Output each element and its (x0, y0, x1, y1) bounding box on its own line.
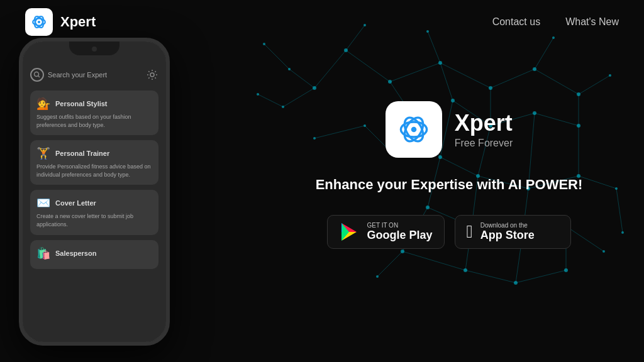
search-icon (33, 71, 41, 79)
phone-mockup: Search your Expert 💁 Personal Stylist (19, 38, 195, 362)
main-content: Xpert Free Forever Enhance your Expertis… (254, 0, 644, 362)
list-item: ✉️ Cover Letter Create a new cover lette… (30, 190, 158, 234)
google-play-icon (339, 222, 359, 242)
google-play-large-text: Google Play (367, 229, 432, 242)
download-buttons: GET IT ON Google Play  Download on the … (327, 215, 570, 249)
phone-content: Search your Expert 💁 Personal Stylist (23, 60, 166, 279)
item-title: Cover Letter (55, 199, 96, 207)
app-store-large-text: App Store (480, 229, 535, 242)
list-item: 🛍️ Salesperson (30, 240, 158, 269)
svg-line-94 (38, 76, 40, 78)
item-header: 💁 Personal Stylist (36, 97, 152, 111)
app-subtitle: Free Forever (455, 138, 513, 149)
contact-us-link[interactable]: Contact us (492, 16, 540, 28)
item-desc: Create a new cover letter to submit job … (36, 212, 152, 228)
phone-search-bar: Search your Expert (30, 68, 158, 82)
svg-point-92 (38, 21, 40, 23)
svg-point-99 (411, 126, 416, 132)
search-placeholder-text: Search your Expert (48, 71, 107, 79)
settings-icon (146, 69, 158, 81)
item-desc: Suggest outfits based on your fashion pr… (36, 113, 152, 129)
app-name-block: Xpert Free Forever (455, 110, 513, 149)
item-header: ✉️ Cover Letter (36, 196, 152, 210)
phone-outer: Search your Expert 💁 Personal Stylist (19, 38, 170, 346)
app-store-small-text: Download on the (480, 222, 535, 229)
nav-links: Contact us What's New (492, 16, 619, 28)
app-info: Xpert Free Forever (386, 101, 513, 158)
logo-area: Xpert (25, 8, 96, 36)
google-play-small-text: GET IT ON (367, 222, 432, 229)
google-play-text: GET IT ON Google Play (367, 222, 432, 242)
list-item: 🏋️ Personal Trainer Provide Personalized… (30, 140, 158, 185)
item-emoji: 🏋️ (36, 146, 50, 160)
item-title: Personal Stylist (55, 100, 108, 107)
item-emoji: 🛍️ (36, 246, 50, 260)
svg-point-93 (35, 72, 39, 77)
app-logo-icon (395, 111, 433, 148)
xpert-logo-icon (30, 13, 48, 31)
tagline: Enhance your Expertise with AI POWER! (316, 177, 583, 193)
item-header: 🏋️ Personal Trainer (36, 146, 152, 160)
item-title: Personal Trainer (55, 150, 109, 157)
list-item: 💁 Personal Stylist Suggest outfits based… (30, 90, 158, 135)
item-title: Salesperson (55, 250, 96, 257)
app-icon-large (386, 101, 442, 158)
search-circle-icon (30, 68, 44, 82)
whats-new-link[interactable]: What's New (565, 16, 619, 28)
header: Xpert Contact us What's New (0, 0, 644, 44)
apple-icon:  (467, 223, 473, 241)
app-store-text: Download on the App Store (480, 222, 535, 242)
search-left: Search your Expert (30, 68, 107, 82)
google-play-button[interactable]: GET IT ON Google Play (327, 215, 444, 249)
item-emoji: ✉️ (36, 196, 50, 210)
app-store-button[interactable]:  Download on the App Store (455, 215, 571, 249)
item-header: 🛍️ Salesperson (36, 246, 152, 260)
svg-point-95 (150, 73, 154, 77)
item-emoji: 💁 (36, 97, 50, 111)
app-name: Xpert (455, 110, 513, 136)
phone-camera (92, 47, 97, 52)
logo-icon (25, 8, 53, 36)
phone-screen: Search your Expert 💁 Personal Stylist (23, 41, 166, 342)
logo-text: Xpert (60, 14, 96, 30)
item-desc: Provide Personalized fitness advice base… (36, 163, 152, 178)
